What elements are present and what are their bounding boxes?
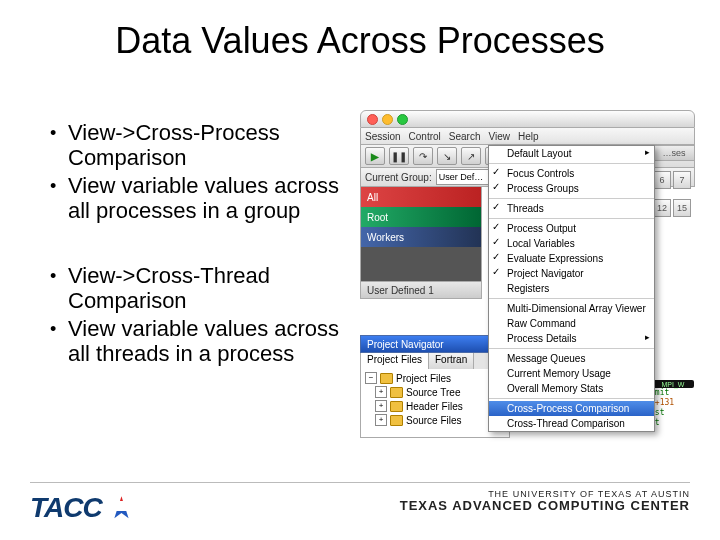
minimize-icon[interactable] xyxy=(382,114,393,125)
tree-expand-icon[interactable]: + xyxy=(375,414,387,426)
texas-star-icon: ★ xyxy=(108,490,135,525)
folder-icon xyxy=(390,401,403,412)
pause-icon[interactable]: ❚❚ xyxy=(389,147,409,165)
menu-item-registers[interactable]: Registers xyxy=(489,281,654,296)
process-panel-header: …ses xyxy=(653,145,695,161)
code-line: 1+131 xyxy=(650,398,695,408)
bullet-item: • View->Cross-Thread Comparison xyxy=(50,263,350,314)
menu-item-overall-memory-stats[interactable]: Overall Memory Stats xyxy=(489,381,654,396)
bullet-list: • View->Cross-Process Comparison • View … xyxy=(50,120,350,406)
menu-item-threads[interactable]: Threads xyxy=(489,201,654,216)
process-cells-panel: …ses 6 7 12 15 xyxy=(653,145,695,227)
group-user-defined-1[interactable]: User Defined 1 xyxy=(361,281,481,298)
group-empty xyxy=(361,247,481,281)
menu-separator xyxy=(489,218,654,219)
tree-expand-icon[interactable]: + xyxy=(375,400,387,412)
tree-expand-icon[interactable]: + xyxy=(375,386,387,398)
menu-item-process-output[interactable]: Process Output xyxy=(489,221,654,236)
menu-item-message-queues[interactable]: Message Queues xyxy=(489,351,654,366)
tacc-logo: TACC ★ xyxy=(30,490,135,525)
process-groups-panel: All Root Workers User Defined 1 xyxy=(360,187,482,299)
ut-line2: TEXAS ADVANCED COMPUTING CENTER xyxy=(400,499,690,512)
bullet-item: • View variable values across all thread… xyxy=(50,316,350,367)
tacc-wordmark: TACC xyxy=(30,492,102,524)
menu-item-process-groups[interactable]: Process Groups xyxy=(489,181,654,196)
tab-project-files[interactable]: Project Files xyxy=(361,353,429,369)
tab-fortran[interactable]: Fortran xyxy=(429,353,474,369)
menu-search[interactable]: Search xyxy=(449,131,481,142)
tree-label: Source Files xyxy=(406,415,462,426)
process-cell[interactable]: 6 xyxy=(653,171,671,189)
tree-row-project-files[interactable]: − Project Files xyxy=(365,371,505,385)
bullet-item: • View variable values across all proces… xyxy=(50,173,350,224)
process-cell[interactable]: 12 xyxy=(653,199,671,217)
process-cell[interactable]: 15 xyxy=(673,199,691,217)
close-icon[interactable] xyxy=(367,114,378,125)
step-out-icon[interactable]: ↗ xyxy=(461,147,481,165)
bullet-dot-icon: • xyxy=(50,316,68,342)
bullet-dot-icon: • xyxy=(50,263,68,289)
menu-item-default-layout[interactable]: Default Layout xyxy=(489,146,654,161)
menu-help[interactable]: Help xyxy=(518,131,539,142)
menu-item-local-variables[interactable]: Local Variables xyxy=(489,236,654,251)
menu-separator xyxy=(489,298,654,299)
group-root[interactable]: Root xyxy=(361,207,481,227)
menu-item-md-array-viewer[interactable]: Multi-Dimensional Array Viewer xyxy=(489,301,654,316)
menu-item-current-memory-usage[interactable]: Current Memory Usage xyxy=(489,366,654,381)
tree-label: Header Files xyxy=(406,401,463,412)
bullet-item: • View->Cross-Process Comparison xyxy=(50,120,350,171)
menu-item-cross-process-comparison[interactable]: Cross-Process Comparison xyxy=(489,401,654,416)
code-line: est xyxy=(650,408,695,418)
folder-icon xyxy=(390,415,403,426)
menu-separator xyxy=(489,198,654,199)
current-group-label: Current Group: xyxy=(365,172,432,183)
menu-bar: Session Control Search View Help xyxy=(360,128,695,145)
menu-separator xyxy=(489,163,654,164)
tree-label: Source Tree xyxy=(406,387,460,398)
slide-title: Data Values Across Processes xyxy=(0,20,720,62)
step-into-icon[interactable]: ↘ xyxy=(437,147,457,165)
footer-divider xyxy=(30,482,690,483)
folder-icon xyxy=(390,387,403,398)
tree-row-source-tree[interactable]: + Source Tree xyxy=(365,385,505,399)
tree-row-header-files[interactable]: + Header Files xyxy=(365,399,505,413)
process-cell[interactable]: 7 xyxy=(673,171,691,189)
source-snippet: imit 1+131 est it xyxy=(650,388,695,428)
menu-separator xyxy=(489,398,654,399)
ut-texas-logo: THE UNIVERSITY OF TEXAS AT AUSTIN TEXAS … xyxy=(400,490,690,512)
group-all[interactable]: All xyxy=(361,187,481,207)
menu-item-evaluate-expressions[interactable]: Evaluate Expressions xyxy=(489,251,654,266)
menu-item-cross-thread-comparison[interactable]: Cross-Thread Comparison xyxy=(489,416,654,431)
menu-item-focus-controls[interactable]: Focus Controls xyxy=(489,166,654,181)
bullet-text: View->Cross-Process Comparison xyxy=(68,120,350,171)
step-over-icon[interactable]: ↷ xyxy=(413,147,433,165)
menu-item-process-details[interactable]: Process Details xyxy=(489,331,654,346)
menu-separator xyxy=(489,348,654,349)
menu-session[interactable]: Session xyxy=(365,131,401,142)
menu-item-project-navigator[interactable]: Project Navigator xyxy=(489,266,654,281)
menu-control[interactable]: Control xyxy=(409,131,441,142)
group-workers[interactable]: Workers xyxy=(361,227,481,247)
view-menu-dropdown: Default Layout Focus Controls Process Gr… xyxy=(488,145,655,432)
play-icon[interactable]: ▶ xyxy=(365,147,385,165)
window-titlebar xyxy=(360,110,695,128)
menu-view[interactable]: View xyxy=(489,131,511,142)
folder-icon xyxy=(380,373,393,384)
bullet-text: View variable values across all processe… xyxy=(68,173,350,224)
bullet-dot-icon: • xyxy=(50,173,68,199)
bullet-text: View->Cross-Thread Comparison xyxy=(68,263,350,314)
menu-item-raw-command[interactable]: Raw Command xyxy=(489,316,654,331)
thread-header: MPI_W xyxy=(652,380,694,388)
bullet-text: View variable values across all threads … xyxy=(68,316,350,367)
zoom-icon[interactable] xyxy=(397,114,408,125)
bullet-dot-icon: • xyxy=(50,120,68,146)
tree-label: Project Files xyxy=(396,373,451,384)
tree-collapse-icon[interactable]: − xyxy=(365,372,377,384)
tree-row-source-files[interactable]: + Source Files xyxy=(365,413,505,427)
code-line: it xyxy=(650,418,695,428)
code-line: imit xyxy=(650,388,695,398)
